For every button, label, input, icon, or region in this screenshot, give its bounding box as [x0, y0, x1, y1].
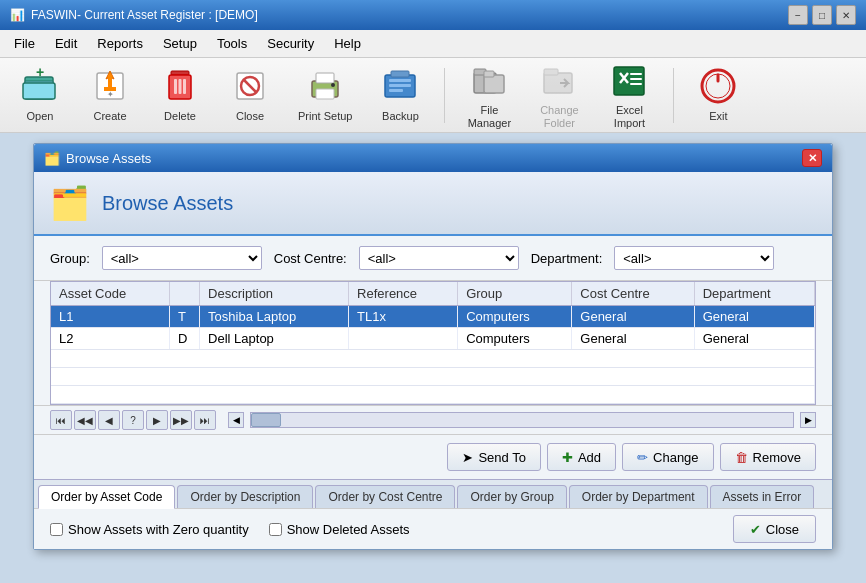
- svg-text:+: +: [36, 67, 44, 80]
- title-bar-left: 📊 FASWIN- Current Asset Register : [DEMO…: [10, 8, 258, 22]
- delete-label: Delete: [164, 110, 196, 123]
- footer-close-area: ✔ Close: [733, 515, 816, 543]
- show-deleted-assets-checkbox-label[interactable]: Show Deleted Assets: [269, 522, 410, 537]
- cell-reference: [349, 328, 458, 350]
- svg-rect-23: [389, 84, 411, 87]
- print-setup-button[interactable]: Print Setup: [290, 62, 360, 127]
- col-description: Description: [200, 282, 349, 306]
- tab-order-cost-centre[interactable]: Order by Cost Centre: [315, 485, 455, 508]
- table-row-empty-3: [51, 386, 815, 404]
- nav-next-button[interactable]: ▶: [146, 410, 168, 430]
- remove-label: Remove: [753, 450, 801, 465]
- maximize-button[interactable]: □: [812, 5, 832, 25]
- h-scroll-right-button[interactable]: ▶: [800, 412, 816, 428]
- minimize-button[interactable]: −: [788, 5, 808, 25]
- svg-rect-2: [23, 83, 55, 99]
- excel-import-label: ExcelImport: [614, 104, 645, 130]
- menu-tools[interactable]: Tools: [207, 32, 257, 55]
- add-button[interactable]: ✚ Add: [547, 443, 616, 471]
- show-zero-quantity-checkbox-label[interactable]: Show Assets with Zero quantity: [50, 522, 249, 537]
- menu-setup[interactable]: Setup: [153, 32, 207, 55]
- open-button[interactable]: + Open: [10, 62, 70, 127]
- tab-order-department[interactable]: Order by Department: [569, 485, 708, 508]
- cell-cost-centre: General: [572, 306, 694, 328]
- table-row[interactable]: L2 D Dell Laptop Computers General Gener…: [51, 328, 815, 350]
- main-area: 🗂️ Browse Assets ✕ 🗂️ Browse Assets Grou…: [0, 133, 866, 583]
- department-label: Department:: [531, 251, 603, 266]
- change-folder-button[interactable]: ChangeFolder: [529, 56, 589, 134]
- menu-security[interactable]: Security: [257, 32, 324, 55]
- svg-rect-6: [108, 75, 112, 89]
- cell-description: Toshiba Laptop: [200, 306, 349, 328]
- show-deleted-assets-checkbox[interactable]: [269, 523, 282, 536]
- cell-group: Computers: [458, 306, 572, 328]
- create-button[interactable]: ✦ Create: [80, 62, 140, 127]
- add-icon: ✚: [562, 450, 573, 465]
- nav-prev-page-button[interactable]: ◀◀: [74, 410, 96, 430]
- dialog-titlebar-left: 🗂️ Browse Assets: [44, 151, 151, 166]
- svg-point-20: [331, 83, 335, 87]
- cell-department: General: [694, 306, 814, 328]
- asset-table-container: Asset Code Description Reference Group C…: [50, 281, 816, 405]
- dialog-close-x-button[interactable]: ✕: [802, 149, 822, 167]
- nav-first-button[interactable]: ⏮: [50, 410, 72, 430]
- tab-order-group[interactable]: Order by Group: [457, 485, 566, 508]
- nav-prev-button[interactable]: ◀: [98, 410, 120, 430]
- exit-icon: [698, 66, 738, 106]
- horizontal-scrollbar[interactable]: [250, 412, 794, 428]
- tab-order-asset-code[interactable]: Order by Asset Code: [38, 485, 175, 509]
- delete-button[interactable]: Delete: [150, 62, 210, 127]
- title-bar-controls: − □ ✕: [788, 5, 856, 25]
- menu-help[interactable]: Help: [324, 32, 371, 55]
- delete-icon: [160, 66, 200, 106]
- change-button[interactable]: ✏ Change: [622, 443, 714, 471]
- close-dialog-button[interactable]: ✔ Close: [733, 515, 816, 543]
- remove-button[interactable]: 🗑 Remove: [720, 443, 816, 471]
- cell-asset-code: L2: [51, 328, 170, 350]
- svg-rect-31: [544, 69, 558, 75]
- nav-next-page-button[interactable]: ▶▶: [170, 410, 192, 430]
- send-to-button[interactable]: ➤ Send To: [447, 443, 540, 471]
- menu-edit[interactable]: Edit: [45, 32, 87, 55]
- col-flag: [170, 282, 200, 306]
- filter-row: Group: <all> Cost Centre: <all> Departme…: [34, 236, 832, 281]
- col-group: Group: [458, 282, 572, 306]
- nav-help-button[interactable]: ?: [122, 410, 144, 430]
- toolbar-separator-2: [673, 68, 674, 123]
- show-zero-quantity-checkbox[interactable]: [50, 523, 63, 536]
- menu-reports[interactable]: Reports: [87, 32, 153, 55]
- change-icon: ✏: [637, 450, 648, 465]
- footer-row: Show Assets with Zero quantity Show Dele…: [34, 508, 832, 549]
- department-select[interactable]: <all>: [614, 246, 774, 270]
- window-close-button[interactable]: ✕: [836, 5, 856, 25]
- asset-table: Asset Code Description Reference Group C…: [51, 282, 815, 404]
- dialog-title: Browse Assets: [66, 151, 151, 166]
- exit-button[interactable]: Exit: [688, 62, 748, 127]
- close-toolbar-button[interactable]: Close: [220, 62, 280, 127]
- backup-button[interactable]: Backup: [370, 62, 430, 127]
- show-deleted-assets-label: Show Deleted Assets: [287, 522, 410, 537]
- svg-rect-13: [183, 79, 186, 94]
- svg-rect-32: [614, 67, 644, 95]
- table-row[interactable]: L1 T Toshiba Laptop TL1x Computers Gener…: [51, 306, 815, 328]
- nav-last-button[interactable]: ⏭: [194, 410, 216, 430]
- menu-file[interactable]: File: [4, 32, 45, 55]
- svg-rect-19: [316, 89, 334, 99]
- create-icon: ✦: [90, 66, 130, 106]
- h-scroll-left-button[interactable]: ◀: [228, 412, 244, 428]
- tab-order-description[interactable]: Order by Description: [177, 485, 313, 508]
- svg-rect-12: [179, 79, 182, 94]
- cost-centre-label: Cost Centre:: [274, 251, 347, 266]
- cell-group: Computers: [458, 328, 572, 350]
- cell-flag: D: [170, 328, 200, 350]
- backup-label: Backup: [382, 110, 419, 123]
- svg-rect-18: [316, 73, 334, 83]
- table-row-empty-2: [51, 368, 815, 386]
- excel-import-button[interactable]: ExcelImport: [599, 56, 659, 134]
- file-manager-button[interactable]: FileManager: [459, 56, 519, 134]
- dialog-header: 🗂️ Browse Assets: [34, 172, 832, 236]
- menu-bar: File Edit Reports Setup Tools Security H…: [0, 30, 866, 58]
- cost-centre-select[interactable]: <all>: [359, 246, 519, 270]
- group-select[interactable]: <all>: [102, 246, 262, 270]
- tab-assets-in-error[interactable]: Assets in Error: [710, 485, 815, 508]
